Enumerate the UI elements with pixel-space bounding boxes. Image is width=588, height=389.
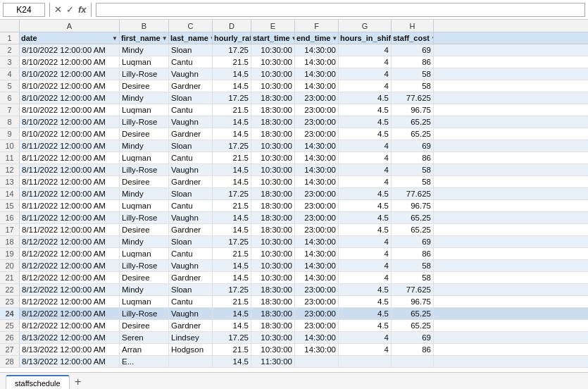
cell-date[interactable]: 8/11/2022 12:00:00 AM: [20, 152, 120, 163]
cell-hourly-rate[interactable]: 21.5: [213, 344, 251, 355]
cell-hourly-rate[interactable]: 17.25: [213, 188, 251, 199]
cell-first-name[interactable]: Luqman: [120, 104, 169, 116]
cell-end-time[interactable]: 14:30:00: [295, 332, 339, 343]
cell-first-name[interactable]: Lilly-Rose: [120, 308, 169, 319]
cell-start-time[interactable]: 10:30:00: [251, 332, 295, 343]
cell-last-name[interactable]: Vaughn: [169, 260, 213, 271]
cell-start-time[interactable]: 10:30:00: [251, 248, 295, 259]
cell-hourly-rate[interactable]: 14.5: [213, 164, 251, 175]
cell-start-time[interactable]: 18:30:00: [251, 296, 295, 307]
name-box[interactable]: K24: [3, 3, 45, 17]
cell-date[interactable]: 8/13/2022 12:00:00 AM: [20, 356, 120, 367]
cell-hours-in-shift[interactable]: 4: [339, 332, 392, 343]
cell-staff-cost[interactable]: [392, 356, 434, 367]
cell-first-name[interactable]: Luqman: [120, 56, 169, 68]
header-cell-date[interactable]: date ▼: [20, 32, 120, 44]
cell-last-name[interactable]: Cantu: [169, 56, 213, 68]
cell-hourly-rate[interactable]: 14.5: [213, 224, 251, 235]
header-cell-hourly-rate[interactable]: hourly_rate ▼: [213, 32, 251, 44]
table-row[interactable]: 118/11/2022 12:00:00 AMLuqmanCantu21.510…: [0, 152, 588, 164]
cell-staff-cost[interactable]: 77.625: [392, 188, 434, 199]
cell-start-time[interactable]: 18:30:00: [251, 104, 295, 116]
cell-first-name[interactable]: Desiree: [120, 224, 169, 235]
cell-hourly-rate[interactable]: 14.5: [213, 212, 251, 223]
cell-first-name[interactable]: Desiree: [120, 320, 169, 331]
cell-start-time[interactable]: 18:30:00: [251, 116, 295, 128]
cell-last-name[interactable]: Gardner: [169, 176, 213, 187]
cell-staff-cost[interactable]: 86: [392, 56, 434, 68]
cell-staff-cost[interactable]: 65.25: [392, 320, 434, 331]
cell-end-time[interactable]: 14:30:00: [295, 164, 339, 175]
cell-staff-cost[interactable]: 86: [392, 152, 434, 163]
cell-hours-in-shift[interactable]: 4: [339, 272, 392, 283]
table-row[interactable]: 68/10/2022 12:00:00 AMMindySloan17.2518:…: [0, 92, 588, 104]
cell-staff-cost[interactable]: 58: [392, 272, 434, 283]
cell-hourly-rate[interactable]: 21.5: [213, 104, 251, 116]
table-row[interactable]: 158/11/2022 12:00:00 AMLuqmanCantu21.518…: [0, 200, 588, 212]
cell-staff-cost[interactable]: 65.25: [392, 128, 434, 140]
cell-end-time[interactable]: 23:00:00: [295, 92, 339, 104]
cell-first-name[interactable]: Luqman: [120, 248, 169, 259]
cell-date[interactable]: 8/12/2022 12:00:00 AM: [20, 296, 120, 307]
cell-hours-in-shift[interactable]: 4.5: [339, 224, 392, 235]
cell-hourly-rate[interactable]: 14.5: [213, 80, 251, 92]
cell-end-time[interactable]: 14:30:00: [295, 152, 339, 163]
cell-start-time[interactable]: 10:30:00: [251, 272, 295, 283]
filter-btn-first-name[interactable]: ▼: [162, 32, 168, 44]
cell-start-time[interactable]: 10:30:00: [251, 44, 295, 56]
cell-hours-in-shift[interactable]: 4: [339, 236, 392, 247]
cell-hourly-rate[interactable]: 14.5: [213, 68, 251, 80]
cell-hours-in-shift[interactable]: 4.5: [339, 320, 392, 331]
cell-staff-cost[interactable]: 65.25: [392, 224, 434, 235]
cell-last-name[interactable]: Gardner: [169, 128, 213, 140]
cell-first-name[interactable]: Mindy: [120, 92, 169, 104]
cell-hours-in-shift[interactable]: 4: [339, 152, 392, 163]
cell-end-time[interactable]: 14:30:00: [295, 68, 339, 80]
cell-date[interactable]: 8/10/2022 12:00:00 AM: [20, 104, 120, 116]
table-row[interactable]: 268/13/2022 12:00:00 AMSerenLindsey17.25…: [0, 332, 588, 344]
cell-start-time[interactable]: 18:30:00: [251, 224, 295, 235]
cell-hours-in-shift[interactable]: 4: [339, 44, 392, 56]
table-row[interactable]: 58/10/2022 12:00:00 AMDesireeGardner14.5…: [0, 80, 588, 92]
cell-first-name[interactable]: Desiree: [120, 128, 169, 140]
cell-date[interactable]: 8/12/2022 12:00:00 AM: [20, 308, 120, 319]
cell-last-name[interactable]: Vaughn: [169, 68, 213, 80]
cell-last-name[interactable]: Lindsey: [169, 332, 213, 343]
cell-date[interactable]: 8/12/2022 12:00:00 AM: [20, 272, 120, 283]
cell-start-time[interactable]: 10:30:00: [251, 140, 295, 152]
cell-end-time[interactable]: [295, 356, 339, 367]
cell-hourly-rate[interactable]: 14.5: [213, 176, 251, 187]
cell-last-name[interactable]: Cantu: [169, 248, 213, 259]
cell-date[interactable]: 8/12/2022 12:00:00 AM: [20, 236, 120, 247]
cell-end-time[interactable]: 23:00:00: [295, 284, 339, 295]
cell-start-time[interactable]: 18:30:00: [251, 128, 295, 140]
table-row[interactable]: 28/10/2022 12:00:00 AMMindySloan17.2510:…: [0, 44, 588, 56]
cell-first-name[interactable]: Lilly-Rose: [120, 260, 169, 271]
cell-staff-cost[interactable]: 77.625: [392, 284, 434, 295]
cell-end-time[interactable]: 23:00:00: [295, 212, 339, 223]
cell-date[interactable]: 8/12/2022 12:00:00 AM: [20, 320, 120, 331]
cell-end-time[interactable]: 14:30:00: [295, 44, 339, 56]
cell-end-time[interactable]: 14:30:00: [295, 56, 339, 68]
cell-last-name[interactable]: Vaughn: [169, 164, 213, 175]
cell-date[interactable]: 8/10/2022 12:00:00 AM: [20, 116, 120, 128]
cell-staff-cost[interactable]: 58: [392, 260, 434, 271]
cell-hours-in-shift[interactable]: 4.5: [339, 284, 392, 295]
cell-end-time[interactable]: 14:30:00: [295, 260, 339, 271]
col-header-D[interactable]: D: [213, 20, 251, 32]
cell-hours-in-shift[interactable]: 4.5: [339, 200, 392, 211]
cell-last-name[interactable]: Sloan: [169, 284, 213, 295]
cell-hours-in-shift[interactable]: 4.5: [339, 128, 392, 140]
cell-date[interactable]: 8/11/2022 12:00:00 AM: [20, 212, 120, 223]
cell-start-time[interactable]: 18:30:00: [251, 308, 295, 319]
cell-staff-cost[interactable]: 86: [392, 344, 434, 355]
cell-hours-in-shift[interactable]: [339, 356, 392, 367]
cell-last-name[interactable]: Vaughn: [169, 116, 213, 128]
cell-first-name[interactable]: Arran: [120, 344, 169, 355]
cell-hours-in-shift[interactable]: 4: [339, 68, 392, 80]
cell-staff-cost[interactable]: 65.25: [392, 212, 434, 223]
cell-hours-in-shift[interactable]: 4: [339, 248, 392, 259]
cell-end-time[interactable]: 23:00:00: [295, 128, 339, 140]
cell-last-name[interactable]: Vaughn: [169, 308, 213, 319]
cell-hourly-rate[interactable]: 21.5: [213, 152, 251, 163]
